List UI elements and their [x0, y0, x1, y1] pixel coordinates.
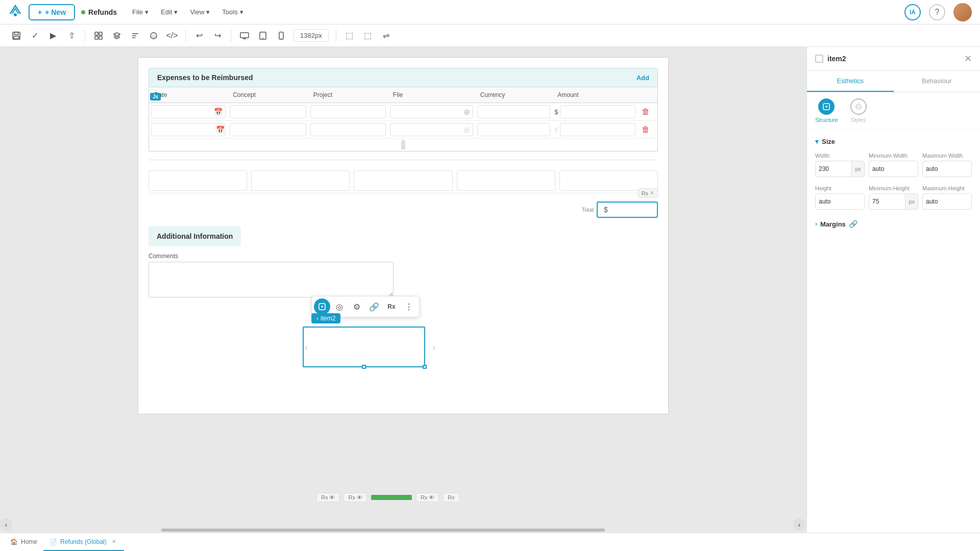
refunds-tab-icon: 📄 — [50, 538, 57, 545]
layers-panel-button[interactable]: ⬚ — [360, 28, 376, 44]
delete-row-1-button[interactable]: 🗑 — [640, 105, 652, 118]
amount-input-2[interactable] — [560, 123, 635, 136]
logic-button[interactable]: ◇ — [145, 28, 162, 44]
delete-row-2-button[interactable]: 🗑 — [640, 123, 652, 136]
total-value-input[interactable] — [608, 206, 649, 214]
file-input-2[interactable] — [390, 123, 473, 136]
rx-badge-bottom-3: Rx 👁 — [416, 493, 439, 502]
desktop-view-button[interactable] — [236, 28, 253, 44]
save-button[interactable] — [8, 28, 24, 44]
bottom-bar: 🏠 Home 📄 Refunds (Global) ✕ ‹ › — [0, 533, 980, 551]
help-button[interactable]: ? — [929, 4, 945, 20]
edit-menu[interactable]: Edit ▾ — [156, 5, 183, 19]
col-file: File — [388, 87, 475, 103]
project-input-1[interactable] — [310, 105, 386, 118]
refunds-tab-label: Refunds (Global) — [60, 538, 107, 545]
resize-handle-bm[interactable] — [362, 365, 366, 369]
selected-element-box[interactable] — [303, 327, 425, 367]
panel-close-button[interactable]: ✕ — [964, 53, 972, 64]
eye-icon-1: 👁 — [329, 494, 335, 500]
height-value-input[interactable] — [816, 198, 864, 205]
refunds-tab-close-button[interactable]: ✕ — [110, 538, 118, 546]
eye-icon-2: 👁 — [357, 494, 362, 500]
concept-input-1[interactable] — [230, 105, 306, 118]
user-avatar[interactable] — [953, 3, 972, 21]
nav-button[interactable] — [127, 28, 143, 44]
tools-chevron-icon: ▾ — [240, 8, 243, 16]
settings-panel-button[interactable]: ⇌ — [378, 28, 395, 44]
mobile-view-button[interactable] — [273, 28, 289, 44]
currency-input-1[interactable] — [477, 105, 550, 118]
gear-tool-button[interactable]: ⚙ — [349, 298, 365, 315]
code-button[interactable]: </> — [164, 28, 180, 44]
file-input-1[interactable] — [390, 105, 473, 118]
project-input-2[interactable] — [310, 123, 386, 136]
circle-tool-button[interactable]: ◎ — [331, 298, 348, 315]
link-tool-button[interactable]: 🔗 — [366, 298, 382, 315]
rx-text-1: Rx — [321, 494, 328, 500]
export-button[interactable]: ⇧ — [63, 28, 80, 44]
margins-label: Margins — [820, 220, 846, 228]
total-amount-input[interactable]: $ — [597, 202, 658, 218]
width-value-input[interactable] — [816, 165, 851, 172]
undo-button[interactable]: ↩ — [191, 28, 207, 44]
min-height-value-input[interactable] — [869, 198, 905, 205]
sub-tab-styles[interactable]: Styles — [850, 98, 867, 123]
carousel-right-arrow[interactable]: › — [429, 327, 439, 367]
max-width-value-input[interactable] — [923, 165, 971, 172]
currency-input-2[interactable] — [477, 123, 550, 136]
comments-textarea[interactable] — [149, 262, 394, 297]
col-amount: Amount — [552, 87, 637, 103]
min-width-value-input[interactable] — [869, 165, 918, 172]
rx-close-icon[interactable]: ✕ — [650, 190, 654, 196]
responsive-button[interactable]: ⬚ — [341, 28, 358, 44]
svg-point-14 — [281, 38, 282, 39]
width-row: Width px Minimum Width Maximum Width — [815, 153, 972, 177]
additional-info-title: Additional Information — [149, 226, 241, 246]
size-section-header[interactable]: ▾ Size — [815, 138, 972, 145]
margins-chevron-icon: › — [815, 220, 817, 228]
concept-input-2[interactable] — [230, 123, 306, 136]
arrow-right-icon: › — [429, 332, 439, 362]
play-button[interactable]: ▶ — [45, 28, 61, 44]
item2-selection-label: ‹ item2 — [311, 313, 340, 323]
scroll-left-button[interactable]: ‹ — [0, 518, 12, 531]
item2-checkbox[interactable] — [815, 55, 823, 63]
date-input-2[interactable] — [151, 123, 226, 136]
tab-behaviour[interactable]: Behaviour — [894, 71, 981, 92]
add-button[interactable]: Add — [636, 74, 649, 82]
components-button[interactable] — [90, 28, 107, 44]
table-scroll-bar[interactable] — [149, 139, 658, 152]
rx-tool-button[interactable]: Rx — [383, 298, 400, 315]
file-menu[interactable]: File ▾ — [127, 5, 154, 19]
app-logo[interactable] — [8, 4, 22, 20]
rx-badge-bottom-4: Rx — [443, 493, 459, 502]
more-tool-button[interactable]: ⋮ — [401, 298, 417, 315]
comments-label: Comments — [149, 253, 658, 260]
scroll-right-button[interactable]: › — [793, 518, 805, 531]
amount-input-1[interactable] — [560, 105, 635, 118]
structure-tool-button[interactable] — [314, 298, 330, 315]
right-panel: item2 ✕ Esthetics Behaviour St — [806, 47, 980, 533]
resize-handle-br[interactable] — [423, 365, 427, 369]
table-row: Js 📅 — [149, 103, 658, 121]
check-button[interactable]: ✓ — [27, 28, 43, 44]
sub-tab-structure[interactable]: Structure — [815, 98, 838, 123]
tab-home[interactable]: 🏠 Home — [4, 533, 43, 551]
layers-button[interactable] — [109, 28, 125, 44]
tab-esthetics[interactable]: Esthetics — [807, 71, 894, 92]
max-height-value-input[interactable] — [923, 198, 971, 205]
tablet-view-button[interactable] — [255, 28, 271, 44]
redo-button[interactable]: ↪ — [209, 28, 226, 44]
ai-button[interactable]: IA — [904, 4, 921, 20]
main-layout: Expenses to be Reimbursed Add Date Conce… — [0, 47, 980, 533]
width-input: px — [815, 161, 865, 177]
new-button[interactable]: + + New — [29, 4, 75, 20]
panel-header: item2 ✕ — [807, 47, 980, 71]
margins-section-header[interactable]: › Margins 🔗 — [815, 218, 972, 230]
view-menu[interactable]: View ▾ — [185, 5, 215, 19]
canvas-area[interactable]: Expenses to be Reimbursed Add Date Conce… — [0, 47, 806, 533]
tab-refunds[interactable]: 📄 Refunds (Global) ✕ — [43, 533, 124, 551]
tools-menu[interactable]: Tools ▾ — [217, 5, 248, 19]
horizontal-scrollbar[interactable] — [0, 528, 806, 533]
